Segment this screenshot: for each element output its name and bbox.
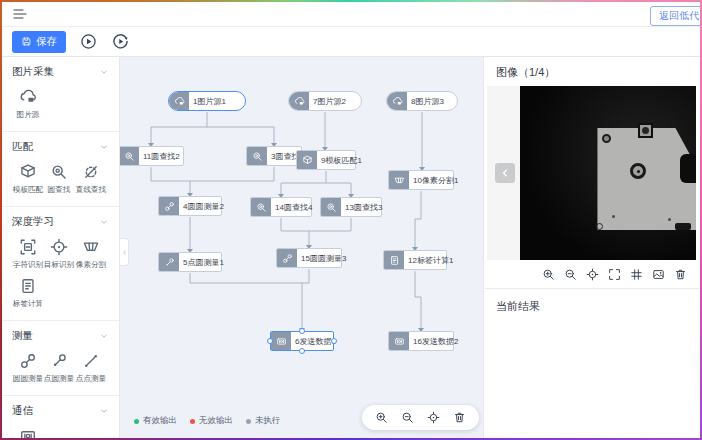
app-window: 返回低代 保存 图片采集图片源匹配模板匹配圆查找直线查找深度学习字符识别目标识别… — [2, 2, 700, 438]
circle-find-icon — [247, 147, 267, 165]
locate-icon[interactable] — [586, 268, 599, 281]
trash-icon[interactable] — [453, 411, 466, 424]
flow-node[interactable]: 11圆查找2 — [120, 146, 184, 166]
flow-node[interactable]: 1图片源1 — [168, 91, 246, 111]
legend-item: 未执行 — [246, 415, 281, 427]
cloud-image-icon — [19, 88, 37, 106]
fullscreen-icon[interactable] — [608, 268, 621, 281]
flow-node-label: 13圆查找3 — [341, 202, 387, 213]
chevron-down-icon — [99, 67, 109, 77]
section-title: 图片采集 — [12, 65, 54, 79]
zoom-in-icon[interactable] — [375, 411, 388, 424]
flow-node-label: 14圆查找4 — [271, 202, 317, 213]
legend-label: 无效输出 — [199, 415, 233, 427]
run-once-icon — [112, 33, 129, 50]
grid-icon[interactable] — [630, 268, 643, 281]
sidebar-item[interactable]: 模板匹配 — [12, 163, 44, 195]
node-handle[interactable] — [299, 328, 305, 334]
sidebar-item[interactable]: 像素分割 — [75, 238, 107, 270]
zoom-out-icon[interactable] — [401, 411, 414, 424]
flow-node[interactable]: 12标签计算1 — [383, 250, 447, 270]
label-calc-icon — [19, 277, 37, 295]
sidebar-item[interactable]: 圆圆测量 — [12, 352, 44, 384]
menu-icon[interactable] — [12, 6, 28, 22]
legend-label: 有效输出 — [143, 415, 177, 427]
sidebar-item-label: 点点测量 — [76, 373, 106, 383]
sidebar-item[interactable]: 目标识别 — [44, 238, 76, 270]
circle-find-icon — [120, 147, 139, 165]
chevron-left-icon[interactable] — [495, 163, 515, 183]
sidebar-collapse-handle[interactable] — [120, 238, 129, 266]
flow-node[interactable]: 9模板匹配1 — [296, 150, 356, 170]
sidebar-item[interactable]: 点圆测量 — [44, 352, 76, 384]
run-button[interactable] — [79, 32, 98, 51]
canvas-controls — [362, 405, 479, 430]
flow-node[interactable]: 7图片源2 — [288, 91, 362, 111]
flow-node[interactable]: 13圆查找3 — [320, 197, 382, 217]
image-export-icon[interactable] — [652, 268, 665, 281]
image-nav-strip — [487, 86, 520, 260]
sidebar-item[interactable]: 圆查找 — [44, 163, 76, 195]
label-calc-icon — [384, 251, 404, 269]
status-legend: 有效输出无效输出未执行 — [134, 415, 281, 427]
run-icon — [80, 33, 97, 50]
chevron-down-icon — [99, 142, 109, 152]
measure-pp-icon — [82, 352, 100, 370]
sidebar-section-1: 匹配模板匹配圆查找直线查找 — [2, 132, 119, 207]
flow-node-label: 9模板匹配1 — [317, 155, 367, 166]
node-handle[interactable] — [267, 338, 273, 344]
flow-node-label: 12标签计算1 — [404, 255, 458, 266]
measure-cc-icon — [159, 197, 179, 215]
chevron-down-icon — [99, 331, 109, 341]
flow-node[interactable]: 6发送数据1 — [270, 331, 334, 351]
sidebar-item[interactable]: 图片源 — [12, 88, 44, 120]
image-panel-title: 图像（1/4） — [484, 57, 700, 86]
flow-node-label: 16发送数据2 — [409, 336, 463, 347]
flow-node-label: 5点圆测量1 — [179, 257, 229, 268]
sidebar-item[interactable]: 标签计算 — [12, 277, 44, 309]
sidebar-item[interactable]: 点点测量 — [75, 352, 107, 384]
section-header[interactable]: 深度学习 — [12, 215, 109, 229]
trash-icon[interactable] — [674, 268, 687, 281]
flow-canvas[interactable]: 1图片源17图片源28图片源311圆查找23圆查找19模板匹配110像素分割14… — [120, 57, 483, 438]
right-edge-cutout — [680, 154, 696, 184]
flow-node[interactable]: 4圆圆测量2 — [158, 196, 222, 216]
cloud-image-icon — [387, 92, 407, 110]
node-handle[interactable] — [331, 338, 337, 344]
cloud-image-icon — [169, 92, 189, 110]
sidebar-item[interactable]: 直线查找 — [75, 163, 107, 195]
square-fiducial-feature — [638, 123, 653, 138]
sidebar-item[interactable]: 字符识别 — [12, 238, 44, 270]
flow-node[interactable]: 5点圆测量1 — [158, 252, 222, 272]
run-once-button[interactable] — [111, 32, 130, 51]
flow-node[interactable]: 16发送数据2 — [388, 331, 454, 351]
image-viewer — [487, 86, 696, 260]
section-header[interactable]: 匹配 — [12, 140, 109, 154]
section-header[interactable]: 测量 — [12, 329, 109, 343]
save-button[interactable]: 保存 — [12, 31, 66, 53]
zoom-in-icon[interactable] — [542, 268, 555, 281]
toolbar: 保存 — [2, 27, 700, 57]
legend-item: 有效输出 — [134, 415, 177, 427]
tool-sidebar: 图片采集图片源匹配模板匹配圆查找直线查找深度学习字符识别目标识别像素分割标签计算… — [2, 57, 120, 438]
flow-node[interactable]: 15圆圆测量3 — [276, 248, 342, 268]
flow-node[interactable]: 14圆查找4 — [250, 197, 312, 217]
flow-node-label: 11圆查找2 — [139, 151, 185, 162]
node-handle[interactable] — [299, 348, 305, 354]
screenshot-frame: 返回低代 保存 图片采集图片源匹配模板匹配圆查找直线查找深度学习字符识别目标识别… — [0, 0, 702, 440]
zoom-out-icon[interactable] — [564, 268, 577, 281]
legend-label: 未执行 — [255, 415, 281, 427]
flow-node[interactable]: 10像素分割1 — [388, 170, 454, 190]
flow-node[interactable]: 8图片源3 — [386, 91, 458, 111]
section-header[interactable]: 图片采集 — [12, 65, 109, 79]
sidebar-item[interactable] — [12, 427, 44, 438]
section-header[interactable]: 通信 — [12, 404, 109, 418]
sidebar-item-label: 标签计算 — [13, 298, 43, 308]
surface-dot — [612, 215, 615, 218]
segment-icon — [82, 238, 100, 256]
flow-node[interactable]: 3圆查找1 — [246, 146, 302, 166]
back-to-lowcode-button[interactable]: 返回低代 — [650, 6, 700, 26]
legend-dot — [190, 419, 195, 424]
locate-icon[interactable] — [427, 411, 440, 424]
sidebar-item-label: 图片源 — [16, 109, 39, 119]
